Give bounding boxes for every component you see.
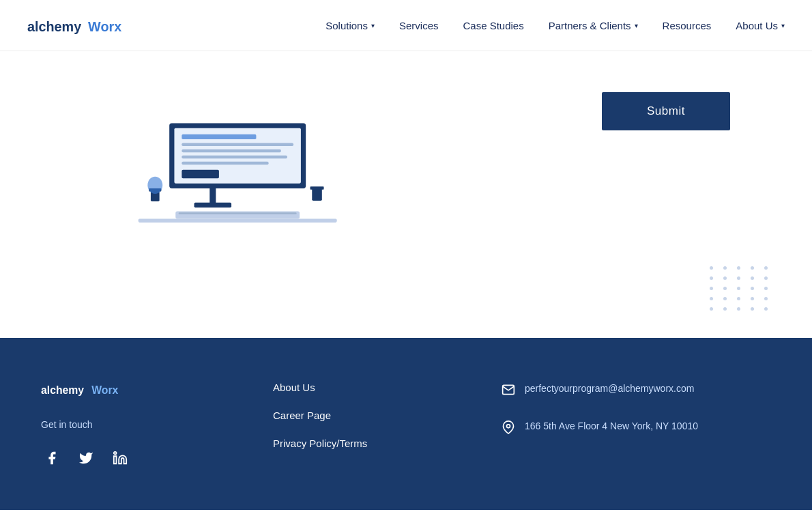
nav-link-partners[interactable]: Partners & Clients ▾ <box>549 20 638 31</box>
email-icon <box>502 383 515 400</box>
email-address: perfectyourprogram@alchemyworx.com <box>525 382 694 396</box>
nav-link-services[interactable]: Services <box>399 20 439 31</box>
svg-rect-18 <box>310 186 324 190</box>
svg-rect-3 <box>194 203 232 208</box>
form-area: Submit <box>368 78 730 130</box>
facebook-icon[interactable] <box>41 447 63 469</box>
social-icons <box>41 447 273 469</box>
svg-rect-13 <box>179 212 297 214</box>
footer-link-career[interactable]: Career Page <box>273 410 502 421</box>
svg-rect-7 <box>182 143 293 147</box>
nav-link-case-studies[interactable]: Case Studies <box>463 20 523 31</box>
location-icon <box>502 420 515 438</box>
svg-point-23 <box>507 425 510 428</box>
svg-rect-9 <box>182 156 287 159</box>
address-row: 166 5th Ave Floor 4 New York, NY 10010 <box>502 419 730 438</box>
svg-rect-19 <box>139 218 337 222</box>
email-row: perfectyourprogram@alchemyworx.com <box>502 382 730 400</box>
footer-link-privacy[interactable]: Privacy Policy/Terms <box>273 438 502 449</box>
footer-logo[interactable]: alchemy Worx <box>41 379 273 402</box>
address-text: 166 5th Ave Floor 4 New York, NY 10010 <box>525 419 698 433</box>
svg-point-16 <box>147 177 162 194</box>
nav-link-resources[interactable]: Resources <box>663 20 712 31</box>
footer: alchemy Worx Get in touch <box>0 338 812 510</box>
illustration-area <box>82 78 368 229</box>
svg-rect-17 <box>312 188 322 201</box>
submit-button[interactable]: Submit <box>602 92 730 130</box>
footer-logo-svg: alchemy Worx <box>41 379 149 399</box>
chevron-down-icon: ▾ <box>635 22 638 29</box>
footer-contact: perfectyourprogram@alchemyworx.com 166 5… <box>502 379 730 469</box>
svg-rect-6 <box>182 134 256 139</box>
chevron-down-icon: ▾ <box>371 22 375 29</box>
nav-link-solutions[interactable]: Solutions ▾ <box>325 20 375 31</box>
svg-text:alchemy: alchemy <box>27 19 81 34</box>
chevron-down-icon: ▾ <box>781 22 785 29</box>
nav-links: Solutions ▾ Services Case Studies Partne… <box>325 20 785 31</box>
nav-logo[interactable]: alchemy Worx <box>27 13 150 38</box>
svg-rect-12 <box>175 212 300 219</box>
footer-left: alchemy Worx Get in touch <box>41 379 273 469</box>
svg-rect-10 <box>182 162 268 165</box>
linkedin-icon[interactable] <box>109 447 131 469</box>
desk-illustration <box>96 92 355 229</box>
main-content: Submit <box>0 51 812 338</box>
svg-rect-8 <box>182 149 280 153</box>
footer-link-about[interactable]: About Us <box>273 382 502 393</box>
svg-text:Worx: Worx <box>88 19 121 34</box>
get-in-touch-label: Get in touch <box>41 418 273 431</box>
navbar: alchemy Worx Solutions ▾ Services Case S… <box>0 0 812 51</box>
svg-text:alchemy: alchemy <box>41 384 84 396</box>
footer-nav: About Us Career Page Privacy Policy/Term… <box>273 379 502 469</box>
twitter-icon[interactable] <box>75 447 97 469</box>
nav-link-about[interactable]: About Us ▾ <box>736 20 785 31</box>
svg-rect-11 <box>182 170 219 179</box>
dot-pattern-decoration <box>710 266 771 311</box>
svg-point-22 <box>114 452 117 455</box>
svg-text:Worx: Worx <box>91 384 118 396</box>
logo-svg: alchemy Worx <box>27 13 150 38</box>
